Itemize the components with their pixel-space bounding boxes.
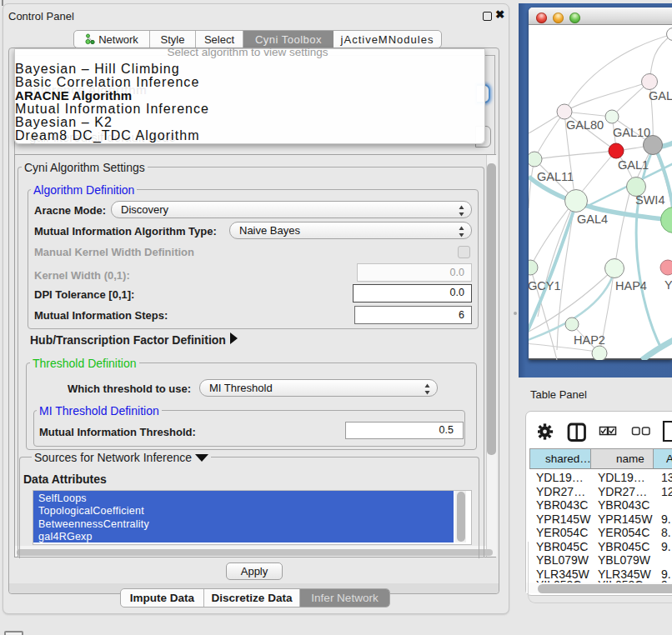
svg-text:HAP2: HAP2	[574, 333, 605, 347]
svg-text:GAL80: GAL80	[566, 118, 604, 132]
svg-text:SWI4: SWI4	[635, 193, 664, 207]
svg-text:GAL10: GAL10	[613, 126, 650, 139]
svg-text:GAL: GAL	[649, 89, 672, 102]
svg-text:HAP4: HAP4	[615, 279, 647, 292]
svg-text:GAL11: GAL11	[537, 170, 574, 183]
svg-text:GCY1: GCY1	[529, 279, 561, 292]
svg-text:GAL4: GAL4	[577, 212, 608, 226]
svg-text:GAL1: GAL1	[618, 158, 649, 172]
svg-text:Y: Y	[664, 278, 672, 292]
